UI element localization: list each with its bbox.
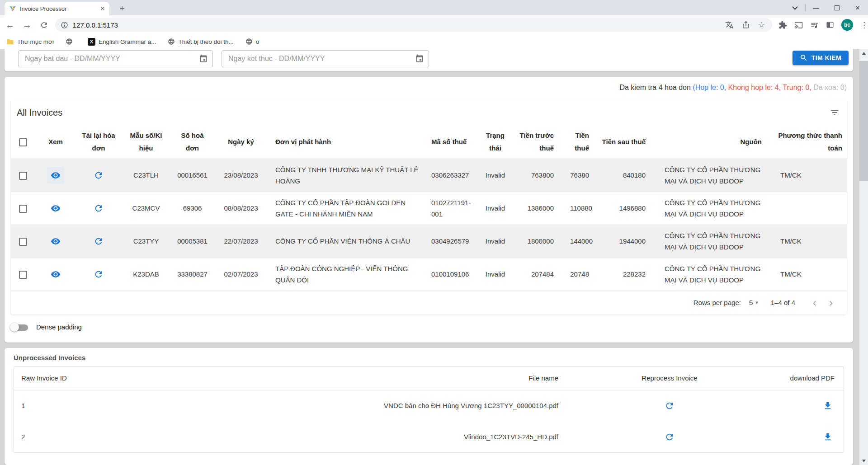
row-checkbox[interactable] [19,172,27,180]
reload-invoice-button[interactable] [90,233,107,250]
site-info-icon[interactable] [61,21,68,29]
summary-duplicate: Trung: 0, [783,84,813,91]
extensions-icon[interactable] [778,21,787,29]
reprocess-invoice-button[interactable] [663,399,676,413]
back-button[interactable]: ← [3,18,17,32]
cell-status: Invalid [476,258,514,291]
reload-invoice-button[interactable] [90,200,107,217]
x-app-icon: X [88,38,95,46]
rows-per-page-label: Rows per page: [693,299,741,306]
tab-search-chevron-icon[interactable] [784,0,805,15]
invoice-row: C23TLH 00016561 23/08/2023 CÔNG TY TNHH … [11,159,847,192]
cell-tax-code: 0100109106 [424,258,476,291]
eye-icon [51,170,61,180]
row-checkbox[interactable] [19,238,27,246]
download-icon [823,401,833,411]
browser-tab[interactable]: Invoice Processor ✕ [5,2,109,15]
calendar-icon[interactable] [415,54,424,63]
cell-total: 840180 [598,159,659,192]
sidebar-icon[interactable] [826,21,834,29]
col-file-name: File name [113,366,566,390]
view-invoice-button[interactable] [47,200,64,217]
refresh-icon [94,203,104,213]
calendar-icon[interactable] [199,54,208,63]
previous-page-button[interactable]: ‹ [808,296,821,309]
address-bar[interactable]: 127.0.0.1:5173 ☆ [55,18,772,32]
filter-list-icon[interactable] [830,108,840,117]
search-button[interactable]: TIM KIEM [793,51,849,65]
url-text[interactable]: 127.0.0.1:5173 [73,21,725,29]
dense-padding-toggle[interactable] [10,322,30,333]
profile-avatar[interactable]: bc [841,19,853,31]
minimize-button[interactable]: — [806,0,826,15]
view-invoice-button[interactable] [47,167,64,184]
bookmark-item[interactable]: X English Grammar a... [88,38,156,46]
col-issuer: Đơn vị phát hành [268,125,424,159]
cell-number: 00005381 [171,225,214,258]
vite-favicon [9,5,16,12]
start-date-input[interactable] [25,55,199,63]
bookmark-item[interactable] [66,38,76,45]
cell-tax: 76380 [566,159,598,192]
reprocess-invoice-button[interactable] [663,430,676,444]
bookmark-item[interactable]: o [245,38,259,45]
end-date-input[interactable] [228,55,415,63]
scroll-up-arrow[interactable] [859,49,868,57]
cell-status: Invalid [476,225,514,258]
col-total: Tiền sau thuế [598,125,659,159]
end-date-field[interactable] [222,50,429,67]
next-page-button[interactable]: › [824,296,838,309]
cast-icon[interactable] [794,21,803,29]
share-icon[interactable] [742,21,750,29]
close-window-button[interactable]: ✕ [847,0,868,15]
bookmark-item[interactable]: Thiết bị theo dõi th... [168,38,233,45]
reload-invoice-button[interactable] [90,266,107,283]
col-tax-code: Mã số thuế [424,125,476,159]
bookmark-star-icon[interactable]: ☆ [758,20,765,30]
forward-button[interactable]: → [20,18,34,32]
cell-pre-tax: 763800 [514,159,566,192]
table-pagination: Rows per page: 5 ▾ 1–4 of 4 ‹ › [11,291,847,315]
cell-template: C23MCV [121,192,171,225]
view-invoice-button[interactable] [47,266,64,283]
start-date-field[interactable] [18,50,213,67]
reload-button[interactable] [37,18,52,32]
unprocessed-table-body: 1 VNDC bán cho ĐH Hùng Vương 1C23TYY_000… [14,390,844,452]
cell-raw-id: 2 [14,421,113,452]
unprocessed-card: Unprocessed Invoices Raw Invoice ID File… [5,348,853,465]
scrollbar-thumb[interactable] [859,61,868,181]
rows-per-page-caret-icon[interactable]: ▾ [755,300,758,305]
download-pdf-button[interactable] [821,430,835,444]
cell-sign-date: 08/08/2023 [214,192,268,225]
page-scrollbar[interactable] [859,49,868,465]
refresh-icon [665,432,675,442]
reload-invoice-button[interactable] [90,167,107,184]
invoices-table: Xem Tải lại hóa đơn Mẫu số/Kí hiệu Số ho… [11,125,847,291]
rows-per-page-select[interactable]: 5 [749,299,753,306]
bookmarks-bar: Thư mục mới X English Grammar a... Thiết… [0,34,868,49]
tab-close-icon[interactable]: ✕ [100,5,105,12]
cell-raw-id: 1 [14,390,113,421]
download-pdf-button[interactable] [821,399,835,413]
browser-tabstrip: Invoice Processor ✕ + — ✕ [0,0,868,15]
row-checkbox[interactable] [19,205,27,213]
row-checkbox[interactable] [19,271,27,279]
playlist-icon[interactable] [810,21,819,29]
col-template: Mẫu số/Kí hiệu [121,125,171,159]
scroll-down-arrow[interactable] [859,456,868,465]
select-all-checkbox[interactable] [19,138,27,146]
browser-toolbar: ← → 127.0.0.1:5173 ☆ bc ⋮ [0,15,868,34]
invoice-row: C23TYY 00005381 22/07/2023 CÔNG TY CỔ PH… [11,225,847,258]
cell-issuer: CÔNG TY CỔ PHẦN VIỄN THÔNG Á CHÂU [268,225,424,258]
new-tab-button[interactable]: + [116,2,128,15]
bookmark-folder[interactable]: Thư mục mới [6,38,54,46]
col-number: Số hoá đơn [171,125,214,159]
dense-padding-row: Dense padding [10,322,853,333]
window-controls: — ✕ [784,0,868,15]
dense-padding-label: Dense padding [36,323,82,331]
view-invoice-button[interactable] [47,233,64,250]
translate-icon[interactable] [725,21,734,29]
browser-menu-icon[interactable]: ⋮ [860,20,868,30]
maximize-button[interactable] [826,0,847,15]
cell-template: C23TYY [121,225,171,258]
